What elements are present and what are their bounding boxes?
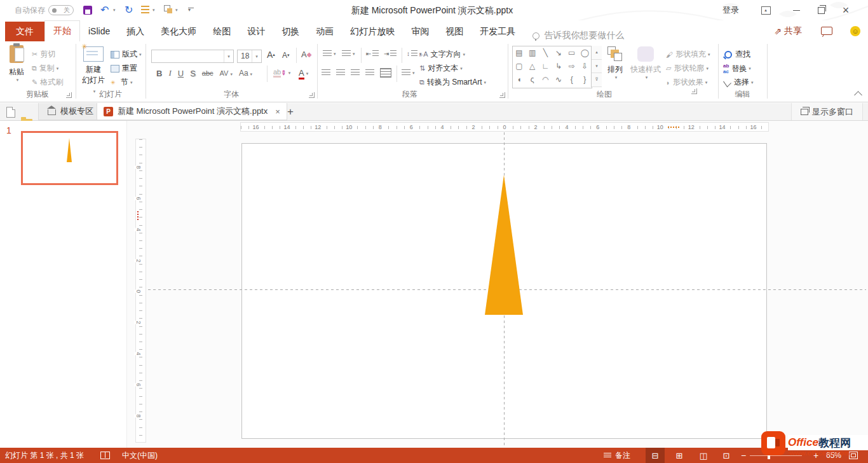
- change-case-button[interactable]: Aa▾: [239, 69, 252, 78]
- shape-fill-button[interactable]: 🖌形状填充▾: [666, 49, 710, 60]
- align-left-button[interactable]: [322, 69, 330, 76]
- shape-gallery-item-13[interactable]: ς: [526, 73, 539, 86]
- format-painter-button[interactable]: ✎格式刷: [32, 77, 63, 88]
- customize-qat-icon[interactable]: [188, 8, 194, 13]
- find-button[interactable]: 查找: [724, 49, 750, 60]
- new-file-icon[interactable]: [6, 107, 15, 118]
- tab-draw[interactable]: 绘图: [205, 22, 239, 41]
- italic-button[interactable]: I: [168, 68, 171, 78]
- paste-button[interactable]: 粘贴 ▾: [5, 45, 28, 83]
- arrange-dropdown-icon[interactable]: ▾: [606, 75, 627, 80]
- shape-gallery-item-8[interactable]: ∟: [539, 60, 552, 73]
- paste-dropdown-icon[interactable]: ▾: [7, 78, 28, 83]
- save-icon[interactable]: [83, 6, 92, 15]
- shape-gallery-item-5[interactable]: ◯: [578, 46, 591, 60]
- underline-button[interactable]: U: [178, 69, 184, 78]
- copy-button[interactable]: ⧉复制▾: [32, 63, 58, 74]
- clear-formatting-button[interactable]: A◆: [301, 50, 311, 59]
- font-dialog-launcher[interactable]: [309, 92, 315, 98]
- slideshow-view-button[interactable]: ⊡: [717, 448, 736, 463]
- numbering-button[interactable]: ▾: [342, 50, 355, 57]
- spell-check-button[interactable]: [100, 448, 110, 463]
- tab-file[interactable]: 文件: [5, 22, 44, 41]
- drawing-dialog-launcher[interactable]: [691, 88, 697, 94]
- gallery-scroll-up-icon[interactable]: ▴: [592, 46, 602, 60]
- change-case-dropdown-icon[interactable]: ▾: [250, 72, 253, 76]
- font-size-combo[interactable]: 18▾: [237, 50, 262, 63]
- tell-me-box[interactable]: 告诉我你想要做什么: [532, 30, 624, 41]
- convert-smartart-button[interactable]: ⧉转换为 SmartArt▾: [419, 77, 486, 88]
- bullets-dropdown-icon[interactable]: ▾: [334, 52, 336, 57]
- align-center-button[interactable]: [336, 69, 345, 76]
- notes-button[interactable]: 备注: [604, 448, 630, 463]
- text-direction-dropdown-icon[interactable]: ▾: [463, 52, 466, 57]
- paragraph-dialog-launcher[interactable]: [499, 92, 505, 98]
- font-name-dropdown-icon[interactable]: ▾: [224, 50, 233, 62]
- close-button[interactable]: ×: [833, 0, 858, 20]
- numbering-dropdown-icon[interactable]: ▾: [353, 52, 355, 57]
- columns-dropdown-icon[interactable]: ▾: [412, 71, 415, 76]
- smiley-feedback-icon[interactable]: ☺: [850, 26, 860, 36]
- cut-button[interactable]: ✂剪切: [32, 49, 55, 60]
- quick-styles-button[interactable]: 快速样式 ▾: [629, 46, 662, 80]
- shape-gallery-item-10[interactable]: ⇨: [566, 60, 578, 73]
- shape-gallery-item-16[interactable]: {: [566, 73, 578, 86]
- tab-review[interactable]: 审阅: [403, 22, 437, 41]
- restore-button[interactable]: [808, 0, 834, 20]
- shape-gallery-item-1[interactable]: ▥: [526, 46, 539, 60]
- font-color-dropdown-icon[interactable]: ▾: [306, 71, 309, 76]
- redo-icon[interactable]: ↻: [125, 0, 133, 20]
- ruler-vertical[interactable]: 864202468: [135, 139, 146, 443]
- align-text-dropdown-icon[interactable]: ▾: [460, 66, 463, 71]
- justify-button[interactable]: [365, 69, 374, 76]
- text-direction-button[interactable]: ⫦A文字方向▾: [419, 49, 465, 60]
- shape-gallery-item-9[interactable]: ↳: [552, 60, 565, 73]
- gallery-scroll-down-icon[interactable]: ▾: [592, 60, 602, 74]
- tab-home[interactable]: 开始: [44, 20, 80, 41]
- gallery-more-icon[interactable]: ⊽: [592, 73, 602, 87]
- select-button[interactable]: 选择▾: [724, 77, 754, 88]
- language-indicator[interactable]: 中文(中国): [122, 448, 158, 463]
- tab-insert[interactable]: 插入: [118, 22, 153, 41]
- replace-dropdown-icon[interactable]: ▾: [749, 66, 751, 71]
- section-dropdown-icon[interactable]: ▾: [130, 80, 133, 85]
- strikethrough-button[interactable]: abc: [202, 69, 214, 77]
- tab-islide[interactable]: iSlide: [80, 22, 118, 41]
- smartart-dropdown-icon[interactable]: ▾: [484, 80, 487, 85]
- undo-icon[interactable]: ↶: [100, 0, 109, 20]
- shape-gallery-item-12[interactable]: ◖: [513, 73, 526, 86]
- character-spacing-dropdown-icon[interactable]: ▾: [230, 72, 233, 76]
- template-zone-tab[interactable]: 模板专区: [38, 103, 103, 120]
- minimize-button[interactable]: [783, 0, 809, 20]
- comment-icon[interactable]: [821, 27, 832, 35]
- highlight-color-button[interactable]: ab✎▾: [273, 68, 290, 78]
- character-spacing-button[interactable]: AV▾: [220, 69, 233, 77]
- shape-gallery-item-11[interactable]: ⇩: [578, 60, 591, 73]
- shrink-font-button[interactable]: A▾: [282, 51, 290, 60]
- ribbon-display-options-button[interactable]: ▴: [753, 0, 778, 20]
- distribute-button[interactable]: [380, 68, 391, 78]
- shape-gallery-item-14[interactable]: ◠: [539, 73, 552, 86]
- shape-gallery-item-7[interactable]: △: [526, 60, 539, 73]
- tab-meihua[interactable]: 美化大师: [153, 22, 205, 41]
- layout-button[interactable]: 版式▾: [111, 49, 142, 60]
- triangle-shape[interactable]: [485, 175, 524, 315]
- reading-view-button[interactable]: ◫: [694, 448, 713, 463]
- collapse-ribbon-button[interactable]: [855, 92, 861, 98]
- shape-gallery-item-0[interactable]: ▤: [513, 46, 526, 60]
- grow-font-button[interactable]: A▴: [267, 50, 275, 60]
- shape-outline-button[interactable]: ▱形状轮廓▾: [666, 63, 709, 74]
- shape-gallery-item-4[interactable]: ▭: [566, 46, 578, 60]
- autosave-toggle[interactable]: 关: [48, 5, 74, 15]
- clipboard-dialog-launcher[interactable]: [66, 92, 72, 98]
- tab-design[interactable]: 设计: [239, 22, 273, 41]
- slide-sorter-view-button[interactable]: ⊞: [670, 448, 689, 463]
- font-name-combo[interactable]: ▾: [151, 50, 234, 63]
- arrange-button[interactable]: 排列 ▾: [604, 46, 627, 80]
- select-dropdown-icon[interactable]: ▾: [751, 80, 754, 85]
- new-slide-button[interactable]: 新建 幻灯片▾: [80, 46, 107, 95]
- columns-button[interactable]: ▾: [402, 69, 415, 76]
- tab-transitions[interactable]: 切换: [273, 22, 308, 41]
- slide-counter[interactable]: 幻灯片 第 1 张 , 共 1 张: [5, 448, 84, 463]
- zoom-out-button[interactable]: −: [741, 448, 746, 463]
